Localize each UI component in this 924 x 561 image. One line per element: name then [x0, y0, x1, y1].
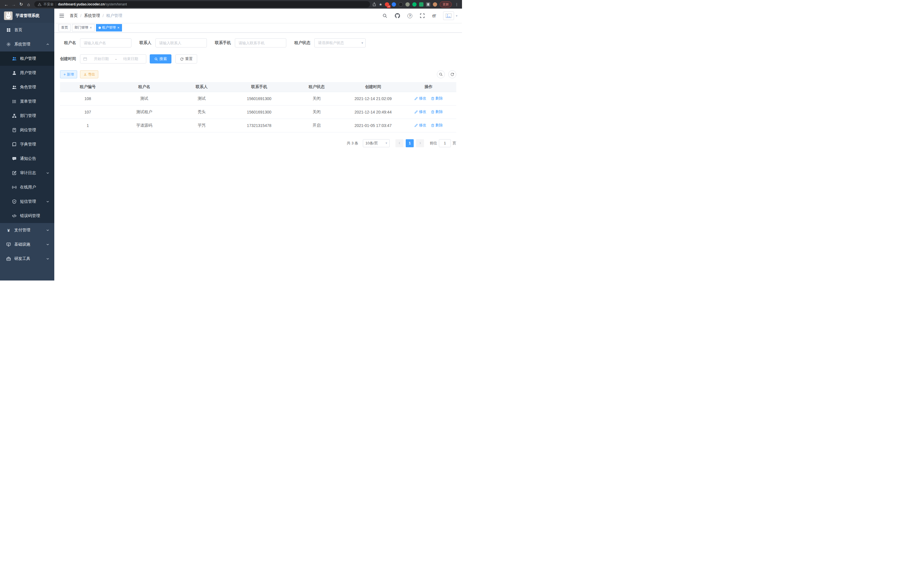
sidebar-item-sms-mgmt[interactable]: 短信管理	[0, 194, 54, 209]
cell-created: 2021-01-05 17:03:47	[345, 119, 401, 132]
fullscreen-icon[interactable]	[420, 13, 425, 18]
security-label: 不安全	[44, 2, 54, 7]
browser-forward-icon[interactable]: →	[10, 1, 17, 8]
edit-square-icon	[12, 171, 16, 175]
sidebar-item-error-code-mgmt[interactable]: 错误码管理	[0, 209, 54, 223]
date-range-picker[interactable]: 开始日期 - 结束日期	[80, 54, 146, 63]
caret-down-icon: ▾	[362, 41, 363, 45]
tab-home[interactable]: 首页	[58, 24, 70, 32]
address-bar[interactable]: 不安全 dashboard.yudao.iocoder.cn/system/te…	[34, 1, 370, 8]
extension-icon[interactable]	[392, 2, 396, 7]
user-avatar-menu[interactable]: ▾	[443, 11, 458, 20]
sidebar-item-payment-mgmt[interactable]: ¥ 支付管理	[0, 223, 54, 237]
url-path: /system/tenant	[105, 2, 127, 6]
delete-link[interactable]: 删除	[431, 96, 443, 101]
export-button[interactable]: 导出	[80, 70, 98, 78]
sidebar-item-label: 研发工具	[14, 256, 30, 261]
cell-tenant-name: 测试租户	[116, 105, 173, 119]
edit-link[interactable]: 修改	[414, 109, 426, 114]
breadcrumb-system[interactable]: 系统管理	[84, 13, 100, 18]
sidebar-item-home[interactable]: 首页	[0, 23, 54, 37]
delete-link[interactable]: 删除	[431, 109, 443, 114]
sidebar-item-dev-tools[interactable]: 研发工具	[0, 252, 54, 266]
goto-page-input[interactable]	[439, 139, 451, 147]
logo-avatar	[4, 11, 13, 20]
browser-reload-icon[interactable]: ↻	[18, 1, 25, 8]
browser-menu-icon[interactable]: ⋮	[454, 2, 459, 7]
app-title: 芋道管理系统	[15, 13, 39, 18]
github-icon[interactable]	[395, 13, 400, 18]
contact-input[interactable]	[155, 38, 207, 47]
sidebar-item-user-mgmt[interactable]: 用户管理	[0, 66, 54, 80]
sidebar-item-post-mgmt[interactable]: 岗位管理	[0, 123, 54, 137]
total-count: 共 3 条	[347, 141, 358, 146]
sidebar-item-role-mgmt[interactable]: 角色管理	[0, 80, 54, 94]
extension-icon[interactable]	[419, 2, 423, 7]
sidebar-item-audit-log[interactable]: 审计日志	[0, 166, 54, 180]
close-icon[interactable]: ×	[117, 26, 120, 29]
prev-page-button[interactable]	[395, 139, 404, 147]
breadcrumb-home[interactable]: 首页	[70, 13, 78, 18]
sidebar-toggle-icon[interactable]	[59, 13, 64, 19]
browser-profile-avatar[interactable]	[433, 2, 437, 7]
font-size-icon[interactable]: tT	[432, 14, 436, 18]
sidebar-item-dict-mgmt[interactable]: 字典管理	[0, 137, 54, 152]
close-icon[interactable]: ×	[90, 26, 92, 29]
tab-tenant-mgmt[interactable]: 租户管理 ×	[96, 24, 122, 32]
sidebar-item-menu-mgmt[interactable]: 菜单管理	[0, 94, 54, 109]
extension-icon[interactable]	[412, 2, 417, 7]
refresh-table-button[interactable]	[448, 70, 456, 78]
sidebar-item-tenant-mgmt[interactable]: 租户管理	[0, 51, 54, 66]
add-button[interactable]: + 新增	[60, 70, 77, 78]
extension-icon[interactable]	[399, 2, 403, 7]
bookmark-star-icon[interactable]: ★	[379, 2, 382, 7]
share-icon[interactable]	[372, 2, 376, 6]
sidebar-item-label: 首页	[14, 27, 22, 33]
browser-home-icon[interactable]: ⌂	[25, 1, 32, 8]
sidebar-item-system-mgmt[interactable]: 系统管理	[0, 37, 54, 51]
refresh-icon	[450, 72, 454, 76]
extension-icon[interactable]: 10	[385, 2, 389, 7]
page-size-select[interactable]: 10条/页 ▾	[363, 139, 390, 147]
broadcast-icon	[12, 185, 16, 190]
delete-link[interactable]: 删除	[431, 123, 443, 128]
table-row: 108 测试 测试 15601691300 关闭 2021-12-14 21:0…	[60, 92, 456, 105]
book-icon	[12, 142, 16, 147]
date-start-placeholder: 开始日期	[89, 56, 114, 62]
reset-button[interactable]: 重置	[176, 54, 197, 63]
sidebar-item-label: 审计日志	[20, 170, 36, 176]
page-number-1[interactable]: 1	[406, 139, 414, 147]
sidebar-item-online-users[interactable]: 在线用户	[0, 180, 54, 194]
browser-back-icon[interactable]: ←	[3, 1, 10, 8]
sidebar-item-infrastructure[interactable]: 基础设施	[0, 237, 54, 252]
help-icon[interactable]: ?	[407, 14, 412, 18]
tenant-name-input[interactable]	[80, 38, 131, 47]
phone-input[interactable]	[235, 38, 286, 47]
sidebar-item-label: 短信管理	[20, 199, 36, 204]
sidebar-item-label: 角色管理	[20, 85, 36, 90]
user-icon	[12, 71, 16, 75]
edit-link[interactable]: 修改	[414, 123, 426, 128]
next-page-button[interactable]	[416, 139, 424, 147]
status-select[interactable]: 请选择租户状态 ▾	[314, 38, 366, 47]
cell-created: 2021-12-14 20:49:44	[345, 105, 401, 119]
browser-update-button[interactable]: 更新	[440, 2, 452, 8]
sidebar-item-notice[interactable]: 通知公告	[0, 152, 54, 166]
app-logo[interactable]: 芋道管理系统	[0, 9, 54, 23]
edit-link[interactable]: 修改	[414, 96, 426, 101]
calendar-icon	[83, 57, 87, 61]
chevron-down-icon	[46, 200, 50, 204]
search-icon[interactable]	[382, 13, 387, 18]
url-host: dashboard.yudao.iocoder.cn	[58, 2, 105, 6]
search-icon	[154, 57, 158, 61]
chevron-down-icon	[46, 242, 50, 247]
breadcrumb: 首页 / 系统管理 / 租户管理	[70, 13, 122, 18]
sidebar-item-dept-mgmt[interactable]: 部门管理	[0, 109, 54, 123]
toggle-search-button[interactable]	[437, 70, 445, 78]
extensions-puzzle-icon[interactable]	[426, 2, 430, 7]
table-row: 107 测试租户 秃头 15601691300 关闭 2021-12-14 20…	[60, 105, 456, 119]
menu-list-icon	[12, 99, 16, 104]
tab-dept-mgmt[interactable]: 部门管理 ×	[72, 24, 94, 32]
extension-icon[interactable]	[405, 2, 410, 7]
search-button[interactable]: 搜索	[150, 54, 171, 63]
